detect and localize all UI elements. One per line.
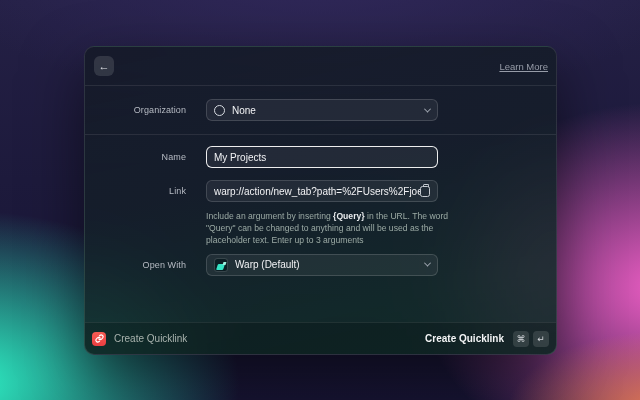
help-query-token: {Query} bbox=[333, 211, 365, 221]
name-row: Name My Projects bbox=[85, 146, 556, 168]
link-help-row: Include an argument by inserting {Query}… bbox=[85, 210, 556, 247]
back-arrow-icon: ← bbox=[99, 60, 110, 72]
command-title: Create Quicklink bbox=[114, 333, 187, 344]
open-with-value: Warp (Default) bbox=[235, 259, 300, 270]
chevron-down-icon bbox=[424, 260, 431, 267]
learn-more-link[interactable]: Learn More bbox=[499, 61, 548, 72]
chevron-down-icon bbox=[424, 105, 431, 112]
create-quicklink-dialog: ← Learn More Organization None Name My P… bbox=[84, 46, 557, 355]
name-value: My Projects bbox=[214, 152, 266, 163]
clipboard-copy-icon[interactable] bbox=[420, 186, 430, 197]
link-row: Link warp://action/new_tab?path=%2FUsers… bbox=[85, 180, 556, 202]
section-divider bbox=[85, 134, 556, 135]
cmd-key-icon[interactable]: ⌘ bbox=[513, 331, 529, 347]
quicklink-icon bbox=[92, 332, 106, 346]
dialog-header: ← Learn More bbox=[85, 47, 556, 85]
link-label: Link bbox=[85, 186, 186, 196]
return-key-icon[interactable]: ↵ bbox=[533, 331, 549, 347]
organization-select[interactable]: None bbox=[206, 99, 438, 121]
organization-row: Organization None bbox=[85, 99, 556, 121]
organization-label: Organization bbox=[85, 105, 186, 115]
organization-value: None bbox=[232, 105, 256, 116]
name-input[interactable]: My Projects bbox=[206, 146, 438, 168]
open-with-select[interactable]: Warp (Default) bbox=[206, 254, 438, 276]
header-divider bbox=[85, 85, 556, 86]
back-button[interactable]: ← bbox=[94, 56, 114, 76]
open-with-label: Open With bbox=[85, 260, 186, 270]
link-input[interactable]: warp://action/new_tab?path=%2FUsers%2Fjo… bbox=[206, 180, 438, 202]
help-text-before: Include an argument by inserting bbox=[206, 211, 333, 221]
create-quicklink-button[interactable]: Create Quicklink bbox=[425, 333, 504, 344]
action-bar: Create Quicklink Create Quicklink ⌘ ↵ bbox=[85, 322, 556, 354]
primary-action-group: Create Quicklink ⌘ ↵ bbox=[425, 331, 549, 347]
link-help-text: Include an argument by inserting {Query}… bbox=[206, 210, 458, 247]
organization-none-icon bbox=[214, 105, 225, 116]
open-with-row: Open With Warp (Default) bbox=[85, 254, 556, 276]
name-label: Name bbox=[85, 152, 186, 162]
warp-app-icon bbox=[214, 258, 228, 272]
link-value: warp://action/new_tab?path=%2FUsers%2Fjo… bbox=[214, 186, 420, 197]
